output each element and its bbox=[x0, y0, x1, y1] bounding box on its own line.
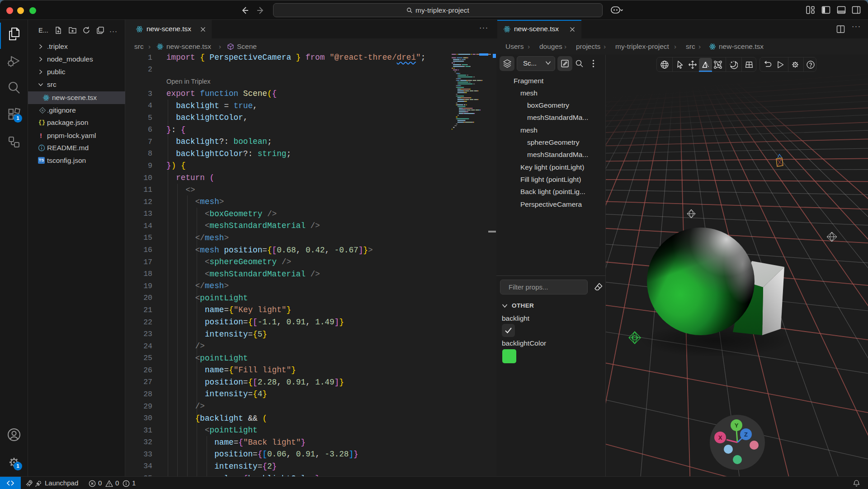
svg-text:Y: Y bbox=[735, 422, 739, 429]
svg-text:X: X bbox=[718, 434, 722, 441]
svg-text:Z: Z bbox=[744, 431, 748, 438]
